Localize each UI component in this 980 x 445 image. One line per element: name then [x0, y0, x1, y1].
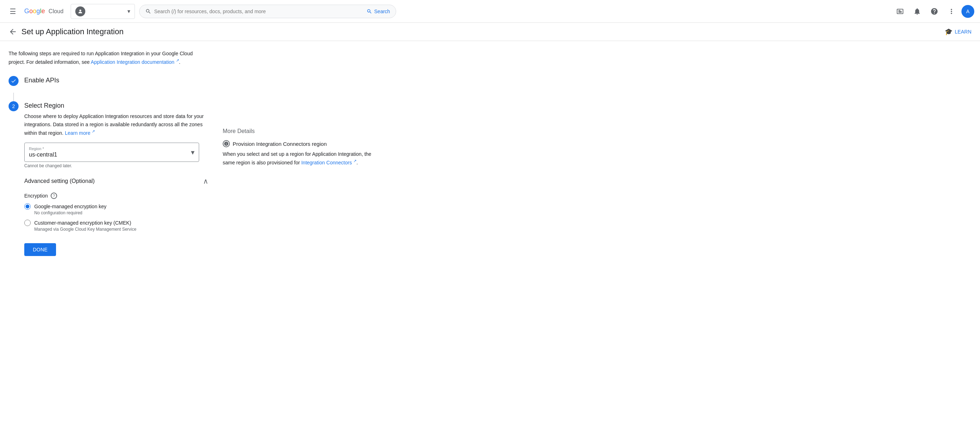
advanced-settings-title: Advanced setting (Optional)	[24, 178, 95, 184]
step-1-check	[9, 76, 19, 86]
page-title: Set up Application Integration	[21, 27, 124, 36]
step-1-content: Enable APIs	[24, 76, 208, 87]
encryption-title: Encryption ?	[24, 193, 208, 199]
integration-connectors-link[interactable]: Integration Connectors ↗	[301, 160, 356, 165]
external-link-icon: ↗	[176, 58, 179, 62]
more-details-title: More Details	[223, 128, 372, 135]
region-hint: Cannot be changed later.	[24, 163, 208, 168]
dropdown-arrow-icon: ▾	[127, 8, 130, 14]
google-managed-sub: No configuration required	[34, 211, 208, 215]
nav-icons: A	[893, 4, 974, 19]
step-2-item: 2 Select Region Choose where to deploy A…	[9, 101, 208, 256]
cloud-label: Cloud	[49, 8, 64, 14]
google-cloud-logo: Google Cloud	[24, 8, 64, 15]
connector-external-link-icon: ↗	[353, 159, 356, 163]
step-1-icon-col	[9, 76, 19, 86]
google-managed-radio[interactable]	[24, 203, 31, 210]
step-connector-row	[9, 93, 208, 101]
search-bar-icon	[145, 8, 151, 15]
breadcrumb-bar: Set up Application Integration 🎓 LEARN	[0, 23, 980, 41]
done-button[interactable]: DONE	[24, 243, 56, 256]
encryption-help-icon[interactable]: ?	[51, 193, 57, 199]
region-value: us-central1	[29, 152, 191, 158]
learn-button[interactable]: 🎓 LEARN	[945, 28, 971, 36]
google-managed-label: Google-managed encryption key	[34, 204, 107, 209]
main-content: The following steps are required to run …	[0, 41, 980, 270]
menu-icon: ☰	[10, 7, 16, 16]
collapse-icon: ∧	[203, 177, 208, 185]
learn-icon: 🎓	[945, 28, 953, 36]
step-2-title: Select Region	[24, 102, 208, 109]
user-initial: A	[966, 9, 969, 14]
menu-button[interactable]: ☰	[6, 4, 20, 19]
left-panel: The following steps are required to run …	[9, 49, 208, 262]
region-label: Region *	[29, 147, 191, 151]
help-button[interactable]	[927, 4, 942, 19]
connector-card: Provision Integration Connectors region …	[223, 140, 372, 166]
top-nav: ☰ Google Cloud ▾ Search	[0, 0, 980, 23]
encryption-section: Encryption ? Google-managed encryption k…	[24, 193, 208, 234]
region-select[interactable]: Region * us-central1 ▾	[24, 143, 199, 162]
step-2-icon-col: 2	[9, 101, 19, 111]
advanced-settings-header[interactable]: Advanced setting (Optional) ∧	[24, 171, 208, 190]
encryption-radio-group: Google-managed encryption key No configu…	[24, 203, 208, 234]
user-avatar[interactable]: A	[961, 5, 974, 18]
step-2-number: 2	[9, 101, 19, 111]
cmek-radio[interactable]	[24, 220, 31, 226]
connector-title-row: Provision Integration Connectors region	[223, 140, 372, 147]
learn-label: LEARN	[955, 29, 971, 35]
search-button[interactable]: Search	[366, 9, 390, 14]
step-1-item: Enable APIs	[9, 76, 208, 87]
google-logo: Google	[24, 8, 45, 15]
notifications-button[interactable]	[910, 4, 924, 19]
region-field-group: Region * us-central1 ▾ Cannot be changed…	[24, 143, 208, 168]
step-1-title: Enable APIs	[24, 77, 208, 84]
search-bar[interactable]: Search	[139, 5, 396, 18]
search-input[interactable]	[154, 9, 364, 14]
search-button-label: Search	[374, 9, 390, 14]
docs-link[interactable]: Application Integration documentation ↗	[91, 59, 179, 65]
step-2-content: Select Region Choose where to deploy App…	[24, 101, 208, 256]
step-2-desc: Choose where to deploy Application Integ…	[24, 112, 208, 137]
connector-info-icon	[223, 140, 230, 147]
cmek-sub: Managed via Google Cloud Key Management …	[34, 227, 208, 232]
project-selector[interactable]: ▾	[71, 4, 135, 19]
connector-title: Provision Integration Connectors region	[233, 141, 326, 147]
right-panel: More Details Provision Integration Conne…	[223, 49, 372, 262]
cmek-label: Customer-managed encryption key (CMEK)	[34, 220, 131, 226]
learn-more-external-icon: ↗	[92, 129, 95, 133]
back-button[interactable]	[9, 27, 17, 36]
google-managed-option: Google-managed encryption key No configu…	[24, 203, 208, 215]
dropdown-arrow-icon: ▾	[191, 148, 194, 157]
connector-desc: When you select and set up a region for …	[223, 150, 372, 166]
cmek-option: Customer-managed encryption key (CMEK) M…	[24, 220, 208, 232]
learn-more-link[interactable]: Learn more ↗	[65, 130, 95, 136]
more-button[interactable]	[944, 4, 959, 19]
project-avatar	[75, 6, 85, 16]
svg-point-0	[79, 9, 81, 11]
terminal-button[interactable]	[893, 4, 907, 19]
intro-text: The following steps are required to run …	[9, 49, 208, 66]
